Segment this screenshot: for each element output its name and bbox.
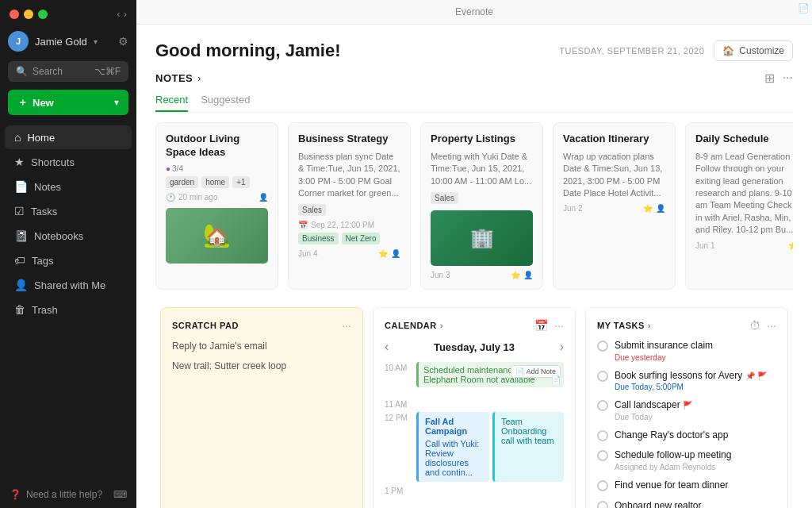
task-content-1: Submit insurance claim Due yesterday: [615, 340, 713, 362]
notes-grid-icon[interactable]: ⊞: [764, 71, 775, 86]
notes-arrow[interactable]: ›: [197, 73, 201, 84]
task-checkbox-7[interactable]: [597, 501, 608, 508]
cal-prev-button[interactable]: ‹: [385, 340, 389, 354]
star-icon: ⭐: [378, 249, 388, 258]
tab-recent[interactable]: Recent: [155, 94, 188, 112]
cal-next-button[interactable]: ›: [560, 340, 564, 354]
note-image: 🏢: [431, 210, 533, 266]
note-tag-business: Business: [298, 233, 339, 244]
star-icon: ⭐: [643, 204, 653, 213]
note-tag: Sales: [431, 192, 458, 204]
cal-date-label: Tuesday, July 13: [434, 341, 515, 353]
note-card-vacation[interactable]: Vacation Itinerary Wrap up vacation plan…: [553, 122, 676, 290]
task-text-2: Book surfing lessons for Avery 📌 🚩: [615, 370, 767, 383]
shared-icon: 👤: [14, 279, 28, 291]
close-button[interactable]: [10, 10, 19, 19]
tasks-arrow[interactable]: ›: [648, 321, 651, 330]
task-checkbox-2[interactable]: [597, 371, 608, 382]
note-title: Business Strategy: [298, 133, 400, 146]
note-date-label: Jun 2: [563, 204, 582, 213]
task-6: Find venue for team dinner: [597, 479, 776, 492]
sidebar-item-trash[interactable]: 🗑 Trash: [5, 298, 132, 321]
sidebar-item-shared-label: Shared with Me: [34, 279, 105, 291]
task-checkbox-4[interactable]: [597, 430, 608, 441]
sidebar-item-shortcuts[interactable]: ★ Shortcuts: [5, 150, 132, 174]
search-bar[interactable]: 🔍 Search ⌥⌘F: [8, 61, 128, 82]
task-checkbox-6[interactable]: [597, 480, 608, 491]
sidebar-item-notebooks[interactable]: 📓 Notebooks: [5, 224, 132, 248]
scratch-pad-more[interactable]: ···: [342, 319, 351, 332]
gear-icon[interactable]: ⚙: [118, 35, 128, 48]
sidebar-top: ‹ ›: [0, 0, 136, 25]
sidebar-item-tasks[interactable]: ☑ Tasks: [5, 199, 132, 223]
tasks-actions: ⏱ ···: [749, 319, 776, 332]
scratch-pad-widget: SCRATCH PAD ··· Reply to Jamie's email N…: [160, 307, 363, 508]
minimize-button[interactable]: [24, 10, 33, 19]
window-controls: [10, 10, 48, 19]
user-left: J Jamie Gold ▾: [8, 31, 98, 52]
user-dropdown-icon: ▾: [94, 37, 98, 46]
task-checkbox-3[interactable]: [597, 400, 608, 411]
task-checkbox-1[interactable]: [597, 341, 608, 352]
cal-event-1[interactable]: Scheduled maintenance - Elephant Room no…: [416, 362, 564, 387]
task-4: Change Ray's doctor's app: [597, 429, 776, 442]
task-content-5: Schedule follow-up meeting Assigned by A…: [615, 449, 731, 471]
scratch-pad-title: SCRATCH PAD: [172, 321, 239, 330]
tasks-more[interactable]: ···: [767, 319, 776, 332]
note-title: Outdoor Living Space Ideas: [166, 133, 268, 160]
sidebar-item-notes[interactable]: 📄 Notes: [5, 175, 132, 198]
new-dropdown-icon[interactable]: ▾: [114, 97, 119, 108]
note-tags-2: Business Net Zero: [298, 233, 400, 244]
nav-arrows: ‹ ›: [117, 8, 127, 20]
task-due-2: Due Today, 5:00PM: [615, 383, 767, 391]
task-text-1: Submit insurance claim: [615, 340, 713, 352]
calendar-arrow[interactable]: ›: [440, 321, 443, 330]
tasks-clock-icon[interactable]: ⏱: [749, 319, 760, 332]
note-footer: Jun 1 ⭐: [695, 241, 793, 250]
calendar-icon: 📅: [298, 221, 308, 229]
customize-button[interactable]: 🏠 Customize: [714, 40, 793, 61]
back-arrow[interactable]: ‹: [117, 8, 120, 20]
cal-event-title-3: Team Onboarding call with team: [501, 417, 554, 445]
notes-cards: Outdoor Living Space Ideas ● 3/4 garden …: [155, 122, 793, 290]
forward-arrow[interactable]: ›: [124, 8, 127, 20]
widget-header: SCRATCH PAD ···: [172, 319, 351, 332]
notes-more-icon[interactable]: ···: [783, 71, 793, 86]
user-profile[interactable]: J Jamie Gold ▾ ⚙: [0, 25, 136, 58]
note-card-daily[interactable]: Daily Schedule 8-9 am Lead Generation Fo…: [685, 122, 793, 290]
time-icon: 🕐: [166, 193, 175, 202]
sidebar-item-home[interactable]: ⌂ Home: [5, 125, 132, 149]
note-card-outdoor[interactable]: Outdoor Living Space Ideas ● 3/4 garden …: [155, 122, 278, 290]
avatar: J: [8, 31, 29, 52]
star-icon: ⭐: [511, 271, 520, 279]
note-card-property[interactable]: Property Listings Meeting with Yuki Date…: [420, 122, 543, 290]
note-icons: ⭐ 👤: [643, 204, 665, 213]
help-link[interactable]: ❓ Need a little help? ⌨: [0, 481, 136, 508]
sidebar-item-notes-label: Notes: [34, 181, 61, 193]
calendar-icon[interactable]: 📅: [534, 319, 548, 332]
sidebar-item-tags[interactable]: 🏷 Tags: [5, 248, 132, 272]
tab-suggested[interactable]: Suggested: [201, 94, 250, 112]
note-shared-icon: 👤: [259, 193, 268, 202]
task-due-3: Due Today: [615, 413, 692, 421]
note-meta: 📅 Sep 22, 12:00 PM: [298, 221, 400, 229]
tasks-title-row: MY TASKS ›: [597, 321, 651, 330]
task-3: Call landscaper 🚩 Due Today: [597, 399, 776, 421]
note-icon: 📄: [551, 375, 561, 384]
cal-spacer: [385, 391, 564, 398]
task-checkbox-5[interactable]: [597, 450, 608, 461]
sidebar-item-shared[interactable]: 👤 Shared with Me: [5, 273, 132, 297]
cal-event-2[interactable]: Fall Ad Campaign Call with Yuki: Review …: [416, 412, 489, 482]
plus-icon: ＋: [17, 95, 28, 110]
calendar-more[interactable]: ···: [554, 319, 564, 332]
greeting-right: TUESDAY, SEPTEMBER 21, 2020 🏠 Customize: [559, 40, 793, 61]
note-footer: Jun 4 ⭐ 👤: [298, 249, 400, 258]
star-icon: ⭐: [788, 241, 793, 250]
trash-icon: 🗑: [14, 303, 25, 316]
maximize-button[interactable]: [38, 10, 48, 19]
search-icon: 🔍: [16, 66, 28, 77]
cal-event-3[interactable]: Team Onboarding call with team 📄: [492, 412, 564, 482]
new-button[interactable]: ＋ New ▾: [8, 90, 128, 115]
note-card-business[interactable]: Business Strategy Business plan sync Dat…: [288, 122, 411, 290]
note-tag: Sales: [298, 204, 326, 216]
